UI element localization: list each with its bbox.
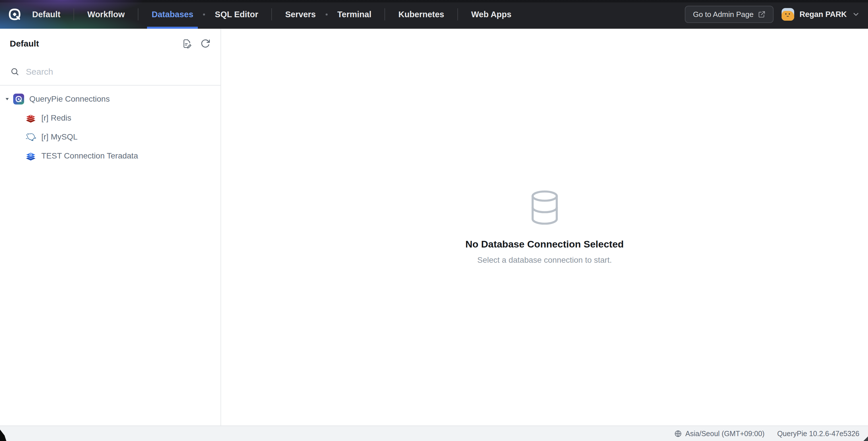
tree-node-querypie-connections[interactable]: QueryPie Connections (0, 90, 220, 108)
tab-terminal[interactable]: Terminal (333, 0, 376, 29)
tab-servers[interactable]: Servers (281, 0, 320, 29)
nav-separator (138, 8, 138, 21)
nav-right-cluster: Go to Admin Page Regan PARK (685, 6, 868, 23)
nav-separator (384, 8, 385, 21)
main-content: No Database Connection Selected Select a… (221, 29, 868, 426)
magnifier-icon (10, 67, 20, 76)
refresh-icon (200, 38, 211, 49)
new-query-button[interactable] (182, 38, 192, 49)
nav-dot (203, 13, 205, 15)
empty-state: No Database Connection Selected Select a… (465, 190, 624, 265)
redis-icon (25, 113, 36, 123)
nav-dot (326, 13, 328, 15)
connections-sidebar: Default (0, 29, 221, 426)
tab-databases[interactable]: Databases (147, 0, 198, 29)
chevron-down-icon (852, 10, 860, 19)
timezone-indicator: Asia/Seoul (GMT+09:00) (674, 430, 765, 438)
teradata-icon (25, 151, 36, 161)
workspace-name[interactable]: Default (28, 10, 65, 19)
nav-separator (73, 8, 74, 21)
connections-tree: QueryPie Connections [r] Redis (0, 86, 220, 165)
tree-node-label: QueryPie Connections (29, 94, 110, 104)
tree-node-label: [r] MySQL (41, 132, 78, 141)
querypie-logo-icon[interactable] (8, 8, 21, 21)
empty-state-subtitle: Select a database connection to start. (477, 255, 612, 265)
tab-workflow[interactable]: Workflow (83, 0, 129, 29)
external-link-icon (758, 11, 766, 18)
sidebar-search (0, 59, 220, 86)
sidebar-title: Default (10, 39, 39, 49)
caret-down-icon[interactable] (5, 97, 10, 101)
sidebar-header: Default (0, 29, 220, 59)
status-bar: Asia/Seoul (GMT+09:00) QueryPie 10.2.6-4… (0, 426, 868, 441)
timezone-label: Asia/Seoul (GMT+09:00) (685, 430, 765, 438)
go-to-admin-page-label: Go to Admin Page (693, 10, 753, 19)
tree-node-label: TEST Connection Teradata (41, 151, 138, 160)
tree-node-mysql[interactable]: [r] MySQL (0, 127, 220, 147)
tree-node-teradata[interactable]: TEST Connection Teradata (0, 147, 220, 165)
querypie-gradient-icon (13, 94, 24, 104)
database-cylinder-icon (529, 190, 561, 225)
user-menu[interactable]: Regan PARK (782, 8, 860, 21)
globe-icon (674, 430, 682, 438)
empty-state-title: No Database Connection Selected (465, 239, 624, 250)
tab-web-apps[interactable]: Web Apps (467, 0, 516, 29)
search-input[interactable] (26, 67, 210, 77)
top-nav: Default Workflow Databases SQL Editor Se… (0, 0, 868, 29)
version-label: QueryPie 10.2.6-47e5326 (777, 430, 859, 438)
user-avatar (782, 8, 794, 21)
querypie-mark (8, 8, 21, 21)
user-name: Regan PARK (799, 10, 847, 19)
tree-node-label: [r] Redis (41, 114, 71, 123)
go-to-admin-page-button[interactable]: Go to Admin Page (685, 6, 774, 23)
nav-separator (271, 8, 272, 21)
tree-node-redis[interactable]: [r] Redis (0, 108, 220, 127)
compose-document-icon (182, 38, 192, 49)
tab-sql-editor[interactable]: SQL Editor (210, 0, 263, 29)
tab-kubernetes[interactable]: Kubernetes (394, 0, 449, 29)
mysql-dolphin-icon (25, 131, 36, 143)
refresh-button[interactable] (200, 38, 211, 49)
nav-separator (457, 8, 458, 21)
